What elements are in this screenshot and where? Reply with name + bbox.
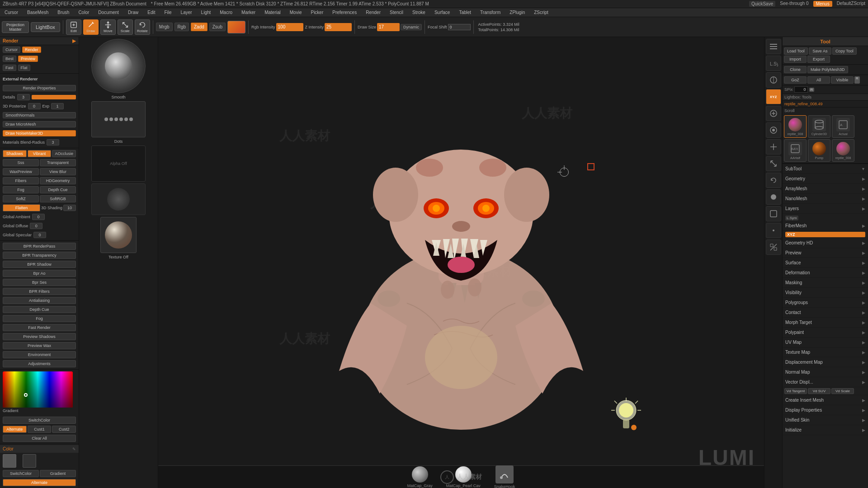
render-props-row[interactable]: Render Properties [0,84,79,93]
projection-master-button[interactable]: Projection Master [2,21,29,33]
best-button[interactable]: Best [3,56,16,62]
bpr-renderpass-button[interactable]: BPR RenderPass [3,243,76,250]
tool-thumb-reptile1[interactable]: reptile_008 [784,115,807,138]
contact-row[interactable]: Contact ▶ [783,308,868,318]
bpr-filters-button[interactable]: BPR Filters [3,288,76,295]
canvas-area[interactable]: 人人素材 人人素材 人人素材 人人素材 人人素材 [158,37,764,488]
menu-tablet[interactable]: Tablet [457,9,473,15]
canvas-background[interactable]: 人人素材 人人素材 人人素材 人人素材 人人素材 [158,37,764,488]
polypaint-row[interactable]: Polypaint ▶ [783,328,868,338]
draw-micromesh-button[interactable]: Draw MicroMesh [3,121,76,127]
array-mesh-row[interactable]: ArrayMesh ▶ [783,184,868,194]
sss-button[interactable]: Sss [3,159,39,166]
color-edit-icon[interactable]: ✎ [72,447,76,451]
details-val[interactable]: 3 [17,94,30,100]
exp-val[interactable]: 1 [51,103,64,109]
subtool-row[interactable]: SubTool ▼ [783,164,868,174]
bpr-shadow-row[interactable]: BPR Shadow [0,260,79,269]
menu-layer[interactable]: Layer [179,9,194,15]
depth-cue2-button[interactable]: Depth Cue [3,306,76,313]
menu-zplugin[interactable]: ZPlugin [508,9,527,15]
hdgeometry-button[interactable]: HDGeometry [40,177,76,184]
draw-button[interactable]: Draw [83,19,99,35]
focal-shift-input[interactable] [448,24,471,30]
fibers-button[interactable]: Fibers [3,177,39,184]
snake-hook-item[interactable]: SnakeHook [494,465,515,488]
menu-render[interactable]: Render [364,9,382,15]
environment-row[interactable]: Environment [0,350,79,359]
flatten-button[interactable]: Flatten [3,204,40,211]
menu-cursor[interactable]: Cursor [3,9,20,15]
tool-thumb-actual[interactable]: A Actual [832,115,854,138]
morph-target-row[interactable]: Morph Target ▶ [783,318,868,328]
bpr-renderpass-row[interactable]: BPR RenderPass [0,242,79,251]
use-ep-btn[interactable] [766,189,781,205]
scale-button[interactable]: Scale [118,19,133,35]
bpr-ao-row[interactable]: Bpr Ao [0,269,79,278]
move-icon-btn[interactable] [766,139,781,155]
solo-btn[interactable] [766,122,781,138]
vibrant-button[interactable]: Vibrant [28,150,52,157]
antialiasing-row[interactable]: Antialiasing [0,296,79,305]
export-button[interactable]: Export [807,56,830,63]
render-button[interactable]: Render [22,47,41,53]
menu-zscript[interactable]: ZScript [532,9,550,15]
vd-scale-button[interactable]: Vd Scale [831,388,854,394]
menu-draw[interactable]: Draw [126,9,140,15]
smooth-normals-button[interactable]: SmoothNormals [3,112,76,118]
lightbox-button[interactable]: LightBox [31,22,60,32]
fast-render-row[interactable]: Fast Render [0,323,79,332]
aocclusie-button[interactable]: AOcclusie [52,150,76,157]
xyz-btn[interactable]: XYZ [766,89,781,104]
normal-map-row[interactable]: Normal Map ▶ [783,367,868,377]
color-switchcolor-button[interactable]: SwitchColor [3,470,39,477]
antialiasing-button[interactable]: Antialiasing [3,297,76,304]
see-through-label[interactable]: See-through 0 [780,1,808,7]
color-picker[interactable]: Gradient [3,371,76,414]
flat-button[interactable]: Flat [18,65,30,71]
masking-row[interactable]: Masking ▶ [783,278,868,288]
clone-button[interactable]: Clone [784,66,807,73]
point-btn[interactable] [766,223,781,238]
menu-picker[interactable]: Picker [309,9,325,15]
alternate-button[interactable]: Alternate [3,426,27,433]
tool-thumb-aahalf[interactable]: AA½ AAHalf [784,139,807,162]
matcap-gray-item[interactable]: MatCap_Gray [407,466,433,488]
all-button[interactable]: All [807,76,830,84]
vd-suv-button[interactable]: Vd SUV [808,388,830,394]
save-as-button[interactable]: Save As [809,47,831,55]
unified-skin-row[interactable]: Unified Skin ▶ [783,415,868,425]
draw-noisemaker-row[interactable]: Draw NoiseMaker3D [0,129,79,138]
scale-icon-btn[interactable] [766,156,781,171]
color-gradient-button[interactable]: Gradient [40,470,76,477]
shadows-button[interactable]: Shadows [3,150,27,157]
environment-button[interactable]: Environment [3,351,76,358]
preview-row[interactable]: Preview ▶ [783,248,868,258]
menu-basemesh[interactable]: BaseMesh [25,9,50,15]
menu-brush[interactable]: Brush [56,9,71,15]
display-props-row[interactable]: Display Properties ▶ [783,405,868,415]
preview-shadows-row[interactable]: Preview Shadows [0,332,79,341]
create-insert-row[interactable]: Create Insert Mesh ▶ [783,395,868,405]
menu-preferences[interactable]: Preferences [330,9,359,15]
goz-button[interactable]: GoZ [784,76,807,84]
waxpreview-button[interactable]: WaxPreview [3,168,39,175]
tansp-btn[interactable] [766,239,781,255]
preview-button[interactable]: Preview [18,56,38,62]
cust1-button[interactable]: Cust1 [28,426,52,433]
draw-micromesh-row[interactable]: Draw MicroMesh [0,120,79,129]
load-tool-button[interactable]: Load Tool [784,47,808,55]
menu-movie[interactable]: Movie [288,9,304,15]
preview-wax-row[interactable]: Preview Wax [0,341,79,350]
color-swatch[interactable] [227,21,245,33]
preview-wax-button[interactable]: Preview Wax [3,342,76,349]
preview-shadows-button[interactable]: Preview Shadows [3,333,76,340]
geometry-row[interactable]: Geometry ▶ [783,174,868,184]
light-bulb-icon[interactable] [610,397,642,437]
foreground-color-swatch[interactable] [3,454,16,468]
deformation-row[interactable]: Deformation ▶ [783,268,868,278]
bpr-filters-row[interactable]: BPR Filters [0,287,79,296]
move-button[interactable]: Move [100,19,116,35]
render-section-toggle[interactable]: ▶ [72,38,76,43]
bpr-shadow-button[interactable]: BPR Shadow [3,261,76,268]
